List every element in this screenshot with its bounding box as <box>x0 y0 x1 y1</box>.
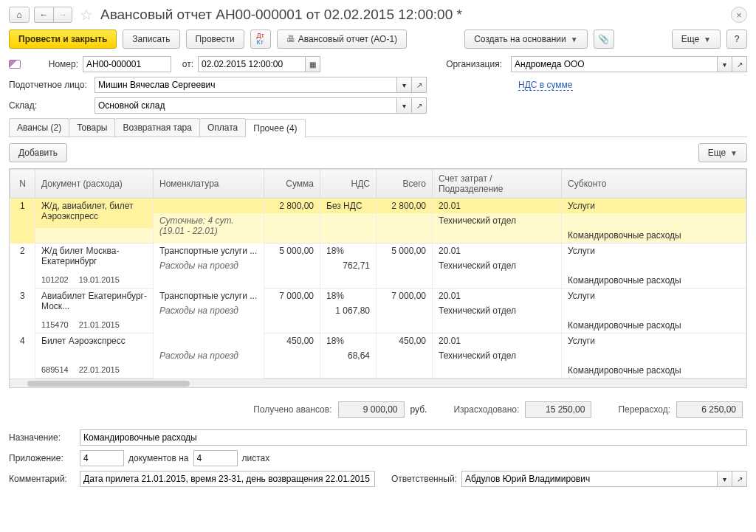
close-button[interactable]: × <box>731 7 747 23</box>
tab-goods[interactable]: Товары <box>69 118 115 137</box>
debits-credits-button[interactable]: ДтКт <box>250 30 271 49</box>
cell-department: Технический отдел <box>433 303 562 318</box>
back-button[interactable]: ← <box>34 7 53 23</box>
cell-subconto: Услуги <box>562 334 746 349</box>
responsible-field[interactable] <box>461 471 718 487</box>
table-row[interactable]: 2 Ж/д билет Москва-Екатеринбург Транспор… <box>10 243 746 259</box>
cell-total: 5 000,00 <box>377 243 433 259</box>
table-row[interactable]: 1 Ж/д, авиабилет, билет Аэроэкспресс 2 8… <box>10 198 746 214</box>
help-button[interactable]: ? <box>726 30 747 49</box>
cell-n: 3 <box>10 289 35 334</box>
col-n[interactable]: N <box>10 170 35 198</box>
table-row[interactable]: 4 Билет Аэроэкспресс 450,00 18% 450,00 2… <box>10 334 746 349</box>
cell-nds-amount: 762,71 <box>320 258 377 273</box>
cell-nds-amount: 1 067,80 <box>320 303 377 318</box>
sheets-count-field[interactable] <box>193 450 238 466</box>
tab-payment[interactable]: Оплата <box>199 118 246 137</box>
documents-count-field[interactable] <box>80 450 124 466</box>
cell-subconto3: Командировочные расходы <box>562 273 746 289</box>
cell-nomen: Транспортные услуги ... <box>154 289 264 304</box>
cell-doc: Ж/д, авиабилет, билет Аэроэкспресс <box>35 198 154 229</box>
calendar-icon: ▦ <box>309 61 316 69</box>
spent-label: Израсходовано: <box>453 404 519 415</box>
col-nomenclature[interactable]: Номенклатура <box>154 170 264 198</box>
col-nds[interactable]: НДС <box>320 170 377 198</box>
col-total[interactable]: Всего <box>377 170 433 198</box>
cell-total2 <box>377 258 433 273</box>
table-row[interactable]: 3 Авиабилет Екатеринбург-Моск... Транспо… <box>10 289 746 304</box>
cell-doc-details <box>35 228 154 243</box>
cell-doc: Билет Аэроэкспресс <box>35 334 154 364</box>
organization-field[interactable] <box>511 56 718 72</box>
cell-doc-details: 11547021.01.2015 <box>35 318 154 334</box>
post-button[interactable]: Провести <box>186 30 244 49</box>
print-button[interactable]: Авансовый отчет (АО-1) <box>277 30 407 49</box>
responsible-open-button[interactable]: ↗ <box>732 471 747 487</box>
table-row[interactable]: 68951422.01.2015 Командировочные расходы <box>10 363 746 379</box>
calendar-button[interactable]: ▦ <box>306 56 320 72</box>
more-button[interactable]: Еще▼ <box>672 30 721 49</box>
org-open-button[interactable]: ↗ <box>732 56 747 72</box>
number-field[interactable] <box>83 56 171 72</box>
overrun-label: Перерасход: <box>618 404 670 415</box>
cell-department: Технический отдел <box>433 348 562 363</box>
cell-subconto: Услуги <box>562 289 746 304</box>
responsible-dropdown-button[interactable]: ▾ <box>718 471 732 487</box>
table-more-button[interactable]: Еще▼ <box>698 143 747 162</box>
date-field[interactable] <box>198 56 306 72</box>
person-field[interactable] <box>94 77 397 93</box>
add-row-button[interactable]: Добавить <box>9 143 67 162</box>
horizontal-scrollbar[interactable] <box>10 379 746 387</box>
cell-nds-amount <box>320 213 377 228</box>
cell-account: 20.01 <box>433 198 562 214</box>
cell-nds-rate: Без НДС <box>320 198 377 214</box>
cell-sum: 450,00 <box>264 334 320 349</box>
received-value: 9 000,00 <box>338 401 405 418</box>
table-row[interactable]: 10120219.01.2015 Командировочные расходы <box>10 273 746 289</box>
warehouse-open-button[interactable]: ↗ <box>412 97 427 114</box>
cell-nomen-note: Расходы на проезд <box>154 258 264 289</box>
cell-nomen <box>154 334 264 349</box>
cell-account: 20.01 <box>433 289 562 304</box>
page-title: Авансовый отчет АН00-000001 от 02.02.201… <box>100 7 726 23</box>
cell-sum: 2 800,00 <box>264 198 320 214</box>
cell-n: 2 <box>10 243 35 289</box>
col-document[interactable]: Документ (расхода) <box>35 170 154 198</box>
table-row[interactable]: 11547021.01.2015 Командировочные расходы <box>10 318 746 334</box>
attachment-label: Приложение: <box>9 453 75 463</box>
forward-button[interactable]: → <box>53 7 72 23</box>
warehouse-dropdown-button[interactable]: ▾ <box>397 97 412 114</box>
cell-total: 7 000,00 <box>377 289 433 304</box>
expenses-table: N Документ (расхода) Номенклатура Сумма … <box>9 168 747 388</box>
col-account[interactable]: Счет затрат / Подразделение <box>433 170 562 198</box>
tab-other[interactable]: Прочее (4) <box>245 119 305 137</box>
dt-kt-icon: ДтКт <box>257 32 264 46</box>
tab-returnable[interactable]: Возвратная тара <box>114 118 200 137</box>
col-subconto[interactable]: Субконто <box>562 170 746 198</box>
chevron-down-icon: ▼ <box>571 35 578 44</box>
person-open-button[interactable]: ↗ <box>412 77 427 93</box>
home-button[interactable]: ⌂ <box>9 7 30 23</box>
chevron-down-icon: ▼ <box>730 149 738 157</box>
comment-field[interactable] <box>80 471 375 487</box>
col-sum[interactable]: Сумма <box>264 170 320 198</box>
create-based-button[interactable]: Создать на основании▼ <box>464 30 587 49</box>
org-dropdown-button[interactable]: ▾ <box>718 56 732 72</box>
cell-nds-rate: 18% <box>320 289 377 304</box>
purpose-field[interactable] <box>80 429 747 446</box>
paperclip-icon: 📎 <box>598 34 609 44</box>
tab-advances[interactable]: Авансы (2) <box>9 118 69 137</box>
favorite-star-icon[interactable]: ☆ <box>80 6 93 24</box>
attachments-button[interactable]: 📎 <box>594 30 614 49</box>
purpose-label: Назначение: <box>9 432 75 443</box>
submit-and-close-button[interactable]: Провести и закрыть <box>9 30 117 49</box>
save-button[interactable]: Записать <box>123 30 179 49</box>
nds-mode-link[interactable]: НДС в сумме <box>518 80 573 91</box>
person-dropdown-button[interactable]: ▾ <box>397 77 412 93</box>
cell-total2 <box>377 348 433 363</box>
cell-subconto2 <box>562 348 746 363</box>
org-label: Организация: <box>446 59 502 69</box>
overrun-value: 6 250,00 <box>676 401 743 418</box>
table-row[interactable]: Командировочные расходы <box>10 228 746 243</box>
warehouse-field[interactable] <box>94 97 397 114</box>
